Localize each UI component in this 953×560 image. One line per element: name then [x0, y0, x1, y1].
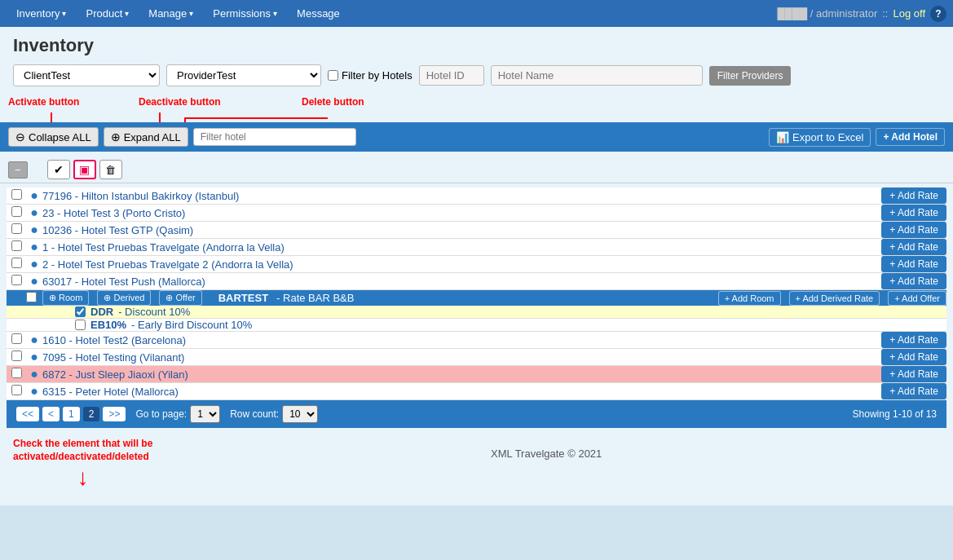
logoff-link[interactable]: Log off	[893, 7, 925, 20]
hotel-checkbox[interactable]	[11, 275, 22, 285]
hotel-checkbox[interactable]	[11, 385, 22, 395]
top-nav: Inventory ▾ Product ▾ Manage ▾ Permissio…	[0, 0, 953, 27]
toolbar-row: ⊖ Collapse ALL ⊕ Expand ALL 📊 Export to …	[0, 122, 953, 152]
eb-checkbox[interactable]	[75, 320, 86, 330]
rate-name: BARTEST	[218, 292, 268, 304]
down-arrow-icon: ↓	[13, 465, 152, 491]
goto-select[interactable]: 1 2	[190, 405, 220, 423]
add-derived-rate-button[interactable]: + Add Derived Rate	[789, 291, 880, 306]
hotel-checkbox[interactable]	[11, 351, 22, 361]
status-dot: ●	[30, 333, 38, 346]
delete-icon-button[interactable]: 🗑	[99, 160, 122, 179]
hotel-checkbox[interactable]	[11, 368, 22, 378]
add-room-button[interactable]: + Add Room	[718, 291, 781, 306]
hotel-id-input[interactable]	[419, 65, 484, 86]
page-1-button[interactable]: 1	[63, 407, 80, 421]
hotel-checkbox[interactable]	[11, 223, 22, 234]
table-row: ● 23 - Hotel Test 3 (Porto Cristo) + Add…	[7, 205, 946, 222]
filter-hotels-label[interactable]: Filter by Hotels	[328, 69, 413, 82]
add-hotel-button[interactable]: + Add Hotel	[876, 128, 945, 146]
eb-label[interactable]: EB10% - Early Bird Discount 10%	[75, 319, 946, 331]
status-dot: ●	[30, 384, 38, 398]
nav-product[interactable]: Product ▾	[76, 0, 139, 27]
table-row: ● 1610 - Hotel Test2 (Barcelona) + Add R…	[7, 332, 946, 349]
hotel-checkbox[interactable]	[11, 333, 22, 344]
add-rate-button[interactable]: + Add Rate	[881, 205, 946, 221]
hotel-checkbox[interactable]	[11, 189, 22, 200]
pagination-bar: << < 1 2 >> Go to page: 1 2 Row count: 1…	[7, 400, 946, 428]
rowcount-select[interactable]: 10 25 50	[282, 405, 318, 423]
add-rate-button[interactable]: + Add Rate	[881, 222, 946, 238]
add-derived-sub-button[interactable]: ⊕ Derived	[97, 290, 151, 306]
nav-inventory[interactable]: Inventory ▾	[7, 0, 76, 27]
expand-all-button[interactable]: ⊕ Expand ALL	[104, 127, 188, 147]
hotel-checkbox[interactable]	[11, 258, 22, 268]
first-page-button[interactable]: <<	[16, 407, 39, 421]
hotel-name-cell: 63017 - Hotel Test Push (Mallorca)	[42, 273, 761, 290]
filter-providers-button[interactable]: Filter Providers	[709, 66, 792, 86]
user-name: ████ / administrator	[777, 7, 877, 20]
page-2-button[interactable]: 2	[83, 407, 100, 421]
collapse-icon: ⊖	[15, 130, 25, 143]
hotel-name-cell: 77196 - Hilton Istanbul Bakirkoy (Istanb…	[42, 187, 761, 205]
table-row: ● 63017 - Hotel Test Push (Mallorca) + A…	[7, 273, 946, 290]
activate-icon-button[interactable]: ✔	[47, 160, 70, 179]
status-dot: ●	[30, 188, 38, 202]
help-button[interactable]: ?	[930, 6, 946, 22]
hotel-name-cell: 1 - Hotel Test Pruebas Travelgate (Andor…	[42, 239, 761, 256]
hotel-checkbox[interactable]	[11, 240, 22, 251]
status-dot: ●	[30, 274, 38, 288]
table-row: ● 10236 - Hotel Test GTP (Qasim) + Add R…	[7, 222, 946, 239]
add-rate-button[interactable]: + Add Rate	[881, 187, 946, 204]
rate-master-checkbox[interactable]	[26, 292, 37, 302]
hotel-table: ● 77196 - Hilton Istanbul Bakirkoy (Ista…	[7, 187, 946, 400]
table-row-highlight: ● 6872 - Just Sleep Jiaoxi (Yilan) + Add…	[7, 366, 946, 383]
nav-permissions[interactable]: Permissions ▾	[203, 0, 287, 27]
hotel-name-cell: 2 - Hotel Test Pruebas Travelgate 2 (And…	[42, 256, 761, 273]
add-rate-button[interactable]: + Add Rate	[881, 383, 946, 399]
add-rate-button[interactable]: + Add Rate	[881, 349, 946, 365]
deactivate-icon-button[interactable]: ▣	[73, 160, 96, 179]
export-excel-button[interactable]: 📊 Export to Excel	[769, 128, 871, 147]
ddr-label[interactable]: DDR - Discount 10%	[75, 306, 946, 318]
ddr-code: DDR	[90, 306, 113, 318]
hotel-table-wrap: ● 77196 - Hilton Istanbul Bakirkoy (Ista…	[7, 187, 946, 428]
add-rate-button[interactable]: + Add Rate	[881, 273, 946, 289]
eb-name: - Early Bird Discount 10%	[131, 319, 252, 331]
page-title: Inventory	[0, 27, 953, 61]
hotel-name-cell: 10236 - Hotel Test GTP (Qasim)	[42, 222, 761, 239]
nav-manage[interactable]: Manage ▾	[139, 0, 203, 27]
hotel-name-cell: 6872 - Just Sleep Jiaoxi (Yilan)	[42, 366, 761, 383]
prev-page-button[interactable]: <	[42, 407, 60, 421]
add-rate-button[interactable]: + Add Rate	[881, 332, 946, 348]
ddr-checkbox[interactable]	[75, 306, 86, 317]
filter-hotel-input[interactable]	[193, 128, 356, 146]
add-rate-button[interactable]: + Add Rate	[881, 366, 946, 382]
status-dot: ●	[30, 257, 38, 271]
add-offer-button[interactable]: + Add Offer	[888, 291, 946, 306]
ddr-name: - Discount 10%	[118, 306, 190, 318]
eb-rate-row: EB10% - Early Bird Discount 10%	[7, 319, 946, 332]
client-select[interactable]: ClientTest	[13, 64, 160, 86]
add-rate-button[interactable]: + Add Rate	[881, 256, 946, 272]
add-rate-button[interactable]: + Add Rate	[881, 239, 946, 255]
provider-select[interactable]: ProviderTest	[166, 64, 321, 86]
goto-label: Go to page:	[135, 408, 187, 420]
deactivate-annotation: Deactivate button	[139, 96, 221, 108]
rate-desc: - Rate BAR B&B	[276, 292, 354, 304]
action-icons-row: − ✔ ▣ 🗑	[0, 157, 953, 183]
footer-area: Check the element that will beactivated/…	[0, 431, 953, 497]
nav-message[interactable]: Message	[287, 0, 350, 27]
filter-hotels-checkbox[interactable]	[328, 70, 338, 81]
add-offer-sub-button[interactable]: ⊕ Offer	[159, 290, 201, 306]
hotel-checkbox[interactable]	[11, 206, 22, 217]
hotel-name-input[interactable]	[491, 65, 703, 86]
page-body: Inventory ClientTest ProviderTest Filter…	[0, 27, 953, 505]
status-dot: ●	[30, 223, 38, 236]
add-room-sub-button[interactable]: ⊕ Room	[42, 290, 89, 306]
hotel-name-cell: 7095 - Hotel Testing (Vilanant)	[42, 349, 761, 366]
collapse-all-button[interactable]: ⊖ Collapse ALL	[8, 127, 99, 147]
next-page-button[interactable]: >>	[103, 407, 126, 421]
check-annotation-text: Check the element that will beactivated/…	[13, 438, 152, 463]
collapse-minus-button[interactable]: −	[8, 161, 28, 179]
